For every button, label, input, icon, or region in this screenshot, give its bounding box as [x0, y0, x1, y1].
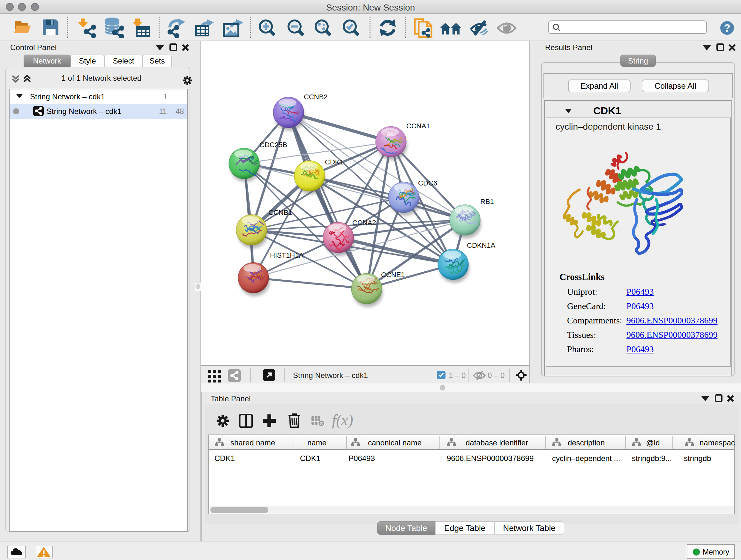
svg-text:RB1: RB1: [480, 198, 494, 206]
svg-text:CCNE1: CCNE1: [381, 271, 405, 279]
svg-text:CCNB2: CCNB2: [304, 93, 328, 101]
svg-text:CDC25B: CDC25B: [259, 141, 287, 149]
svg-text:CCNA2: CCNA2: [352, 219, 376, 227]
svg-text:CDKN1A: CDKN1A: [467, 241, 495, 249]
svg-text:HIST1H1A: HIST1H1A: [270, 251, 304, 259]
svg-text:CDC6: CDC6: [418, 179, 437, 187]
svg-text:CCNA1: CCNA1: [406, 122, 430, 130]
svg-text:CCNB1: CCNB1: [268, 208, 292, 216]
svg-text:CDK1: CDK1: [325, 158, 344, 166]
